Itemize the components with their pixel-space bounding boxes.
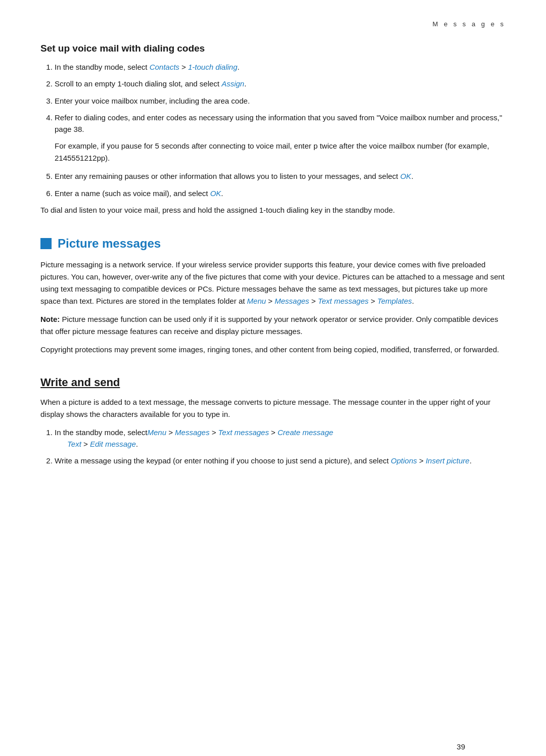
picture-messages-copyright: Copyright protections may prevent some i… — [40, 344, 506, 356]
ws-step2-link1: Options — [391, 456, 417, 465]
write-send-step-1: In the standby mode, selectMenu > Messag… — [55, 427, 506, 450]
note-text: Picture message function can be used onl… — [40, 315, 498, 336]
page-header: M e s s a g e s — [40, 20, 506, 28]
ws-step2-sep1: > — [417, 456, 426, 465]
ws-step1-sep3: > — [269, 428, 278, 437]
ws-step1-after: . — [136, 440, 138, 448]
step6-link1: OK — [210, 189, 221, 198]
blue-square-icon — [40, 238, 52, 249]
pm-sep2: > — [309, 297, 318, 305]
write-send-step-2: Write a message using the keypad (or ent… — [55, 455, 506, 466]
picture-messages-note: Note: Picture message function can be us… — [40, 313, 506, 338]
step1-sep: > — [179, 63, 188, 71]
pm-link1: Menu — [247, 297, 266, 305]
ws-step1-sep1: > — [166, 428, 175, 437]
write-send-title: Write and send — [40, 376, 506, 389]
page-number: 39 — [457, 742, 465, 751]
pm-sep1: > — [266, 297, 275, 305]
pm-sep3: > — [369, 297, 377, 305]
step2-link1: Assign — [221, 79, 244, 88]
step5-end: . — [411, 172, 413, 180]
voice-mail-closing: To dial and listen to your voice mail, p… — [40, 204, 506, 216]
picture-messages-title-row: Picture messages — [40, 237, 506, 251]
pm-link2: Messages — [275, 297, 309, 305]
step1-link2: 1-touch dialing — [188, 63, 238, 71]
ws-step1-link1: Menu — [147, 428, 166, 437]
ws-step1-sep2: > — [209, 428, 218, 437]
ws-step1-link5: Text — [67, 440, 81, 448]
step1-link1: Contacts — [150, 63, 179, 71]
ws-step2-before: Write a message using the keypad (or ent… — [55, 456, 391, 465]
step1-end: . — [238, 63, 240, 71]
write-send-intro: When a picture is added to a text messag… — [40, 396, 506, 420]
step5-text-before: Enter any remaining pauses or other info… — [55, 172, 400, 180]
ws-step2-after: . — [470, 456, 472, 465]
picture-messages-body1: Picture messaging is a network service. … — [40, 259, 506, 307]
voice-mail-step-4: Refer to dialing codes, and enter codes … — [55, 112, 506, 135]
ws-step1-before: In the standby mode, select — [55, 428, 147, 437]
picture-messages-section: Picture messages Picture messaging is a … — [40, 237, 506, 356]
voice-mail-title: Set up voice mail with dialing codes — [40, 43, 506, 54]
step2-end: . — [244, 79, 246, 88]
ws-step1-sep4 — [55, 440, 67, 448]
ws-step1-link2: Messages — [175, 428, 209, 437]
voice-mail-section: Set up voice mail with dialing codes In … — [40, 43, 506, 216]
step5-link1: OK — [400, 172, 412, 180]
pm-body1-end: . — [412, 297, 414, 305]
picture-messages-title: Picture messages — [58, 237, 161, 251]
ws-step1-sep5: > — [81, 440, 90, 448]
write-send-section: Write and send When a picture is added t… — [40, 376, 506, 467]
note-label: Note: — [40, 315, 62, 323]
voice-mail-step-5: Enter any remaining pauses or other info… — [55, 170, 506, 182]
step2-text-before: Scroll to an empty 1-touch dialing slot,… — [55, 79, 221, 88]
voice-mail-steps-5-6: Enter any remaining pauses or other info… — [40, 170, 506, 199]
ws-step1-link3: Text messages — [218, 428, 269, 437]
step1-text-before: In the standby mode, select — [55, 63, 150, 71]
voice-mail-step-3: Enter your voice mailbox number, includi… — [55, 95, 506, 107]
pm-link3: Text messages — [318, 297, 369, 305]
voice-mail-steps: In the standby mode, select Contacts > 1… — [40, 61, 506, 135]
ws-step1-link4: Create message — [278, 428, 333, 437]
step6-text-before: Enter a name (such as voice mail), and s… — [55, 189, 210, 198]
pm-link4: Templates — [377, 297, 412, 305]
ws-step1-link6: Edit message — [90, 440, 136, 448]
voice-mail-step-1: In the standby mode, select Contacts > 1… — [55, 61, 506, 73]
voice-mail-step-2: Scroll to an empty 1-touch dialing slot,… — [55, 78, 506, 89]
ws-step2-link2: Insert picture — [426, 456, 470, 465]
write-send-steps: In the standby mode, selectMenu > Messag… — [40, 427, 506, 467]
step6-end: . — [221, 189, 223, 198]
voice-mail-step4-indented: For example, if you pause for 5 seconds … — [55, 140, 506, 164]
voice-mail-step-6: Enter a name (such as voice mail), and s… — [55, 187, 506, 199]
